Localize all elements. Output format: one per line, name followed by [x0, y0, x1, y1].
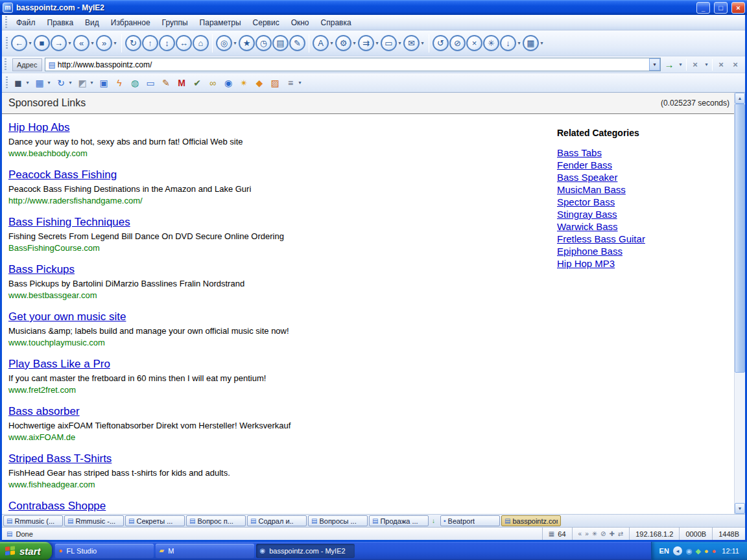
- go-dropdown-caret[interactable]: ▾: [678, 62, 683, 67]
- close-all-button[interactable]: ×: [729, 59, 741, 71]
- gesture-button[interactable]: ✴: [237, 76, 251, 90]
- dropdown-caret[interactable]: ▾: [25, 80, 30, 86]
- dropdown-caret[interactable]: ▾: [374, 40, 380, 46]
- maximize-button[interactable]: □: [714, 2, 728, 14]
- related-bass-speaker[interactable]: Bass Speaker: [557, 172, 617, 183]
- dropdown-caret[interactable]: ▾: [67, 80, 73, 86]
- ad-hip-hop-abs[interactable]: Hip Hop Abs: [8, 121, 70, 134]
- download-indicator-icon[interactable]: ↓: [430, 515, 439, 526]
- tray-yellow-icon[interactable]: ●: [704, 548, 709, 555]
- menu-window[interactable]: Окно: [285, 16, 315, 29]
- taskbar-clock[interactable]: 12:11: [722, 547, 739, 555]
- go-button[interactable]: →: [663, 59, 675, 71]
- stop-button[interactable]: ■: [34, 35, 50, 51]
- app-icon[interactable]: m: [3, 3, 13, 13]
- dropdown-caret[interactable]: ▾: [351, 40, 357, 46]
- tab-basspointz[interactable]: ▤ basspointz.com: [501, 515, 561, 526]
- related-epiphone-bass[interactable]: Epiphone Bass: [557, 246, 622, 257]
- tab-vopros[interactable]: ▤ Вопрос п...: [186, 515, 246, 526]
- dropdown-caret[interactable]: ▾: [46, 80, 52, 86]
- ad-striped-bass-t-shirts[interactable]: Striped Bass T-Shirts: [8, 452, 112, 465]
- toolbar-grip[interactable]: [5, 58, 6, 71]
- vertical-scrollbar[interactable]: ▲ ▼: [734, 93, 745, 514]
- tray-browser-icon[interactable]: ◉: [686, 548, 693, 555]
- related-stingray-bass[interactable]: Stingray Bass: [557, 209, 617, 220]
- hide-icons-chevron-icon[interactable]: ◂: [673, 546, 682, 555]
- dropdown-caret[interactable]: ▾: [516, 40, 522, 46]
- related-fretless-bass-guitar[interactable]: Fretless Bass Guitar: [557, 233, 645, 244]
- scroll-down-button[interactable]: ▼: [735, 503, 745, 514]
- clean-button[interactable]: ◩ ▾: [75, 76, 95, 90]
- related-musicman-bass[interactable]: MusicMan Bass: [557, 184, 626, 195]
- save-page-button[interactable]: ▣: [97, 76, 111, 90]
- tab-sekrety[interactable]: ▤ Секреты ...: [125, 515, 185, 526]
- start-button[interactable]: start: [0, 542, 52, 560]
- sort-tabs-button[interactable]: ↕: [159, 35, 175, 51]
- links-button[interactable]: ∞: [206, 76, 220, 90]
- ad-play-bass-like-a-pro[interactable]: Play Bass Like a Pro: [8, 358, 110, 371]
- undo-close-button[interactable]: ↺: [433, 35, 449, 51]
- ad-bass-absorber[interactable]: Bass absorber: [8, 405, 80, 418]
- menu-tools[interactable]: Сервис: [247, 16, 285, 29]
- search-button[interactable]: ◎ ▾: [216, 35, 238, 51]
- favorites-button[interactable]: ★: [239, 35, 255, 51]
- dropdown-caret[interactable]: ▾: [27, 40, 33, 46]
- tab-beatport[interactable]: ▪ Beatport: [440, 515, 500, 526]
- tray-green-icon[interactable]: ◆: [696, 548, 701, 555]
- status-forward-icon[interactable]: »: [585, 531, 589, 537]
- globe-button[interactable]: ◉: [221, 76, 235, 90]
- back-button[interactable]: ← ▾: [11, 35, 33, 51]
- stop-dropdown-caret[interactable]: ▾: [704, 62, 709, 67]
- download-button[interactable]: ↓ ▾: [500, 35, 522, 51]
- close-button[interactable]: ×: [731, 2, 745, 14]
- macro-button[interactable]: M: [174, 76, 189, 90]
- tab-prodazha[interactable]: ▤ Продажа ...: [369, 515, 429, 526]
- dropdown-caret[interactable]: ▾: [397, 40, 403, 46]
- tab-sodral[interactable]: ▤ Содрал и..: [247, 515, 307, 526]
- status-add-icon[interactable]: ✚: [609, 531, 614, 537]
- diamond-button[interactable]: ◆: [252, 76, 267, 90]
- related-warwick-bass[interactable]: Warwick Bass: [557, 221, 618, 232]
- tab-rmmusic-1[interactable]: ▤ Rmmusic (...: [3, 515, 63, 526]
- home-button[interactable]: ⌂: [193, 35, 209, 51]
- dropdown-caret[interactable]: ▾: [297, 80, 303, 86]
- toolbar-grip[interactable]: [6, 37, 8, 50]
- checklist-button[interactable]: ✔: [190, 76, 204, 90]
- task-fl-studio[interactable]: ● FL Studio: [55, 544, 154, 558]
- tab-voprosy[interactable]: ▤ Вопросы ...: [308, 515, 368, 526]
- ad-contrabass-shoppe[interactable]: Contrabass Shoppe: [8, 500, 106, 513]
- related-spector-bass[interactable]: Spector Bass: [557, 196, 615, 207]
- span-button[interactable]: ↔: [176, 35, 192, 51]
- save-session-button[interactable]: ◼ ▾: [11, 76, 31, 90]
- images-button[interactable]: ▨: [268, 76, 282, 90]
- forward-button[interactable]: → ▾: [51, 35, 73, 51]
- menu-favorites[interactable]: Избранное: [105, 16, 156, 29]
- mail-button[interactable]: ✉ ▾: [403, 35, 425, 51]
- dropdown-caret[interactable]: ▾: [89, 80, 95, 86]
- menu-groups[interactable]: Группы: [156, 16, 194, 29]
- close-current-button[interactable]: ×: [715, 59, 727, 71]
- compose-button[interactable]: ✎: [159, 76, 173, 90]
- form-fill-button[interactable]: ▦ ▾: [32, 76, 53, 90]
- task-m-folder[interactable]: ▰ M: [156, 544, 254, 558]
- language-indicator[interactable]: EN: [659, 547, 669, 555]
- status-plugins-icon[interactable]: ✳: [592, 531, 597, 537]
- capture-button[interactable]: ▭: [143, 76, 158, 90]
- status-transfer-icon[interactable]: ⇄: [618, 531, 623, 537]
- dropdown-caret[interactable]: ▾: [89, 40, 95, 46]
- toolbar-grip[interactable]: [5, 16, 7, 29]
- next-link-button[interactable]: ⇉ ▾: [358, 35, 380, 51]
- edit-button[interactable]: ✎: [289, 35, 305, 51]
- list-button[interactable]: ≡ ▾: [283, 76, 303, 90]
- refresh-button[interactable]: ↻: [125, 35, 141, 51]
- status-back-icon[interactable]: «: [578, 531, 582, 537]
- ad-get-your-own-music-site[interactable]: Get your own music site: [8, 310, 126, 323]
- block-popup-button[interactable]: ⊘: [449, 35, 466, 51]
- panels-button[interactable]: ▦ ▾: [523, 35, 545, 51]
- tray-red-icon[interactable]: ●: [712, 548, 717, 555]
- scroll-up-button[interactable]: ▲: [735, 93, 745, 104]
- dropdown-caret[interactable]: ▾: [329, 40, 335, 46]
- flashget-button[interactable]: ϟ: [112, 76, 126, 90]
- address-dropdown-button[interactable]: ▾: [649, 58, 660, 71]
- stop-loading-button[interactable]: ×: [689, 59, 701, 71]
